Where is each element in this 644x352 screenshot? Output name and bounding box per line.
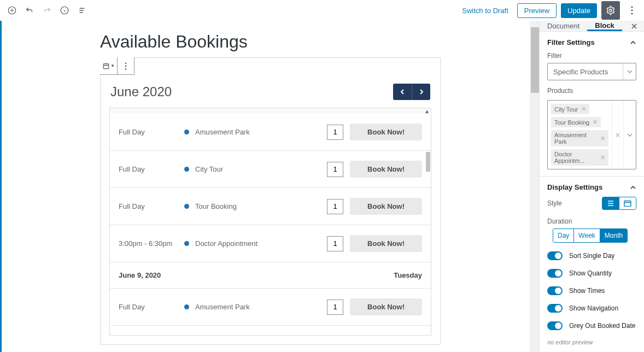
toggle-switch[interactable] <box>547 251 563 260</box>
svg-point-8 <box>125 65 127 67</box>
undo-icon[interactable] <box>22 3 37 18</box>
remove-chip-icon[interactable]: ✕ <box>600 154 605 161</box>
redo-icon[interactable] <box>39 3 55 18</box>
status-dot-icon <box>184 128 195 136</box>
block-toolbar: ▼ <box>100 57 134 75</box>
svg-point-9 <box>125 68 127 69</box>
booking-name: Amusement Park <box>195 128 327 136</box>
quantity-input[interactable] <box>327 236 343 251</box>
product-chip[interactable]: Tour Booking✕ <box>551 117 601 127</box>
svg-point-4 <box>631 9 633 11</box>
quantity-input[interactable] <box>327 162 343 177</box>
book-now-button[interactable]: Book Now! <box>350 124 422 140</box>
calendar-month: June 2020 <box>110 84 172 99</box>
products-label: Products <box>547 87 636 95</box>
editor-canvas: Available Bookings ▼ June 2020 <box>0 21 539 352</box>
quantity-input[interactable] <box>327 300 343 315</box>
editor-scrollbar[interactable] <box>530 21 539 352</box>
tab-document[interactable]: Document <box>540 21 587 31</box>
collapse-display-icon[interactable] <box>630 185 636 190</box>
more-menu-icon[interactable] <box>624 3 640 18</box>
booking-row: Full Day Tour Booking Book Now! <box>110 187 431 225</box>
book-now-button[interactable]: Book Now! <box>350 235 422 252</box>
booking-time: Full Day <box>119 202 184 210</box>
chevron-down-icon <box>623 63 636 80</box>
svg-point-7 <box>125 62 127 64</box>
quantity-input[interactable] <box>327 199 343 214</box>
svg-point-5 <box>631 13 633 14</box>
product-chip[interactable]: Doctor Appointm...✕ <box>551 149 608 166</box>
booking-row: Full Day City Tour Book Now! <box>110 325 431 335</box>
remove-chip-icon[interactable]: ✕ <box>581 105 586 113</box>
display-settings-panel: Display Settings Style <box>540 177 644 352</box>
update-button[interactable]: Update <box>561 3 597 18</box>
products-multiselect[interactable]: City Tour✕Tour Booking✕Amusement Park✕Do… <box>547 100 636 169</box>
quantity-input[interactable] <box>327 125 343 140</box>
filter-settings-title: Filter Settings <box>547 38 595 46</box>
display-settings-title: Display Settings <box>547 183 602 191</box>
switch-to-draft-button[interactable]: Switch to Draft <box>458 3 513 18</box>
remove-chip-icon[interactable]: ✕ <box>600 135 605 142</box>
tab-block[interactable]: Block <box>587 21 622 31</box>
duration-week-button[interactable]: Week <box>573 229 599 242</box>
status-dot-icon <box>184 202 195 210</box>
calendar-block[interactable]: ▼ June 2020 <box>100 57 441 345</box>
toggle-switch[interactable] <box>547 286 563 295</box>
scroll-up-icon[interactable]: ▲ <box>110 108 431 114</box>
style-label: Style <box>547 200 562 207</box>
inner-scrollbar[interactable] <box>425 114 431 335</box>
preview-button[interactable]: Preview <box>517 3 557 18</box>
collapse-filter-icon[interactable] <box>630 40 636 45</box>
chevron-down-icon[interactable] <box>624 101 636 169</box>
clear-chips-icon[interactable] <box>612 101 624 169</box>
prev-month-icon[interactable] <box>393 84 412 100</box>
date-label: June 9, 2020 <box>119 271 161 279</box>
filter-settings-panel: Filter Settings Filter Specific Products… <box>540 32 644 177</box>
status-dot-icon <box>184 303 195 311</box>
toggle-label: Show Times <box>569 287 605 295</box>
toggle-label: Grey Out Booked Date <box>569 322 635 330</box>
booking-row: Full Day Amusement Park Book Now! <box>110 288 431 325</box>
next-month-icon[interactable] <box>412 84 430 100</box>
duration-label: Duration <box>547 218 636 225</box>
outline-icon[interactable] <box>74 3 90 18</box>
product-chip[interactable]: City Tour✕ <box>551 104 589 114</box>
duration-segmented: DayWeekMonth <box>553 228 628 243</box>
add-block-icon[interactable] <box>4 3 20 18</box>
book-now-button[interactable]: Book Now! <box>350 161 422 178</box>
booking-row: 3:00pm - 6:30pm Doctor Appointment Book … <box>110 225 431 262</box>
booking-time: Full Day <box>119 303 184 311</box>
calendar-view-icon[interactable]: ▼ <box>100 57 117 74</box>
svg-rect-10 <box>624 201 631 207</box>
toggle-label: Sort Single Day <box>569 252 614 260</box>
block-more-icon[interactable] <box>117 57 134 74</box>
booking-name: Tour Booking <box>195 202 327 210</box>
filter-select[interactable]: Specific Products <box>547 63 636 80</box>
settings-sidebar: Document Block Filter Settings Filter Sp… <box>539 21 644 352</box>
toggle-switch[interactable] <box>547 321 563 330</box>
style-list-button[interactable] <box>602 197 619 209</box>
product-chip[interactable]: Amusement Park✕ <box>551 130 608 146</box>
settings-gear-icon[interactable] <box>601 1 620 20</box>
toggle-switch[interactable] <box>547 304 563 313</box>
book-now-button[interactable]: Book Now! <box>350 198 422 215</box>
close-sidebar-icon[interactable] <box>624 21 644 31</box>
info-icon[interactable] <box>57 3 72 18</box>
booking-name: City Tour <box>195 165 327 173</box>
svg-point-2 <box>610 9 612 12</box>
booking-row: Full Day City Tour Book Now! <box>110 150 431 187</box>
status-dot-icon <box>184 165 195 173</box>
style-segmented <box>602 197 636 210</box>
duration-day-button[interactable]: Day <box>553 229 573 242</box>
remove-chip-icon[interactable]: ✕ <box>593 119 598 126</box>
booking-time: Full Day <box>119 165 184 173</box>
booking-name: Doctor Appointment <box>195 239 327 248</box>
duration-month-button[interactable]: Month <box>600 229 627 242</box>
book-now-button[interactable]: Book Now! <box>350 298 422 315</box>
toggle-switch[interactable] <box>547 269 563 278</box>
filter-label: Filter <box>547 52 636 60</box>
booking-time: 3:00pm - 6:30pm <box>119 239 184 248</box>
booking-time: Full Day <box>119 128 184 136</box>
page-title[interactable]: Available Bookings <box>100 32 441 52</box>
style-calendar-button[interactable] <box>619 197 636 209</box>
